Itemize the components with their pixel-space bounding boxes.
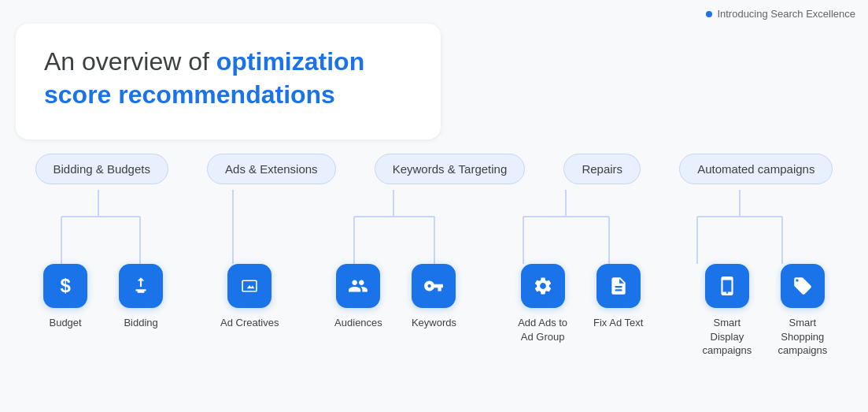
page-title: An overview of optimization score recomm… <box>44 46 412 111</box>
leaf-group-ads-extensions: Ad Creatives <box>218 264 281 330</box>
leaf-smart-display-campaigns: Smart Display campaigns <box>696 264 759 358</box>
fix-ad-text-label: Fix Ad Text <box>593 316 643 330</box>
categories-row: Bidding & Budgets Ads & Extensions Keywo… <box>8 154 860 184</box>
diagram: Bidding & Budgets Ads & Extensions Keywo… <box>8 154 860 404</box>
leaf-bidding: Bidding <box>109 264 172 330</box>
leaf-fix-ad-text: Fix Ad Text <box>587 264 650 330</box>
leaf-ad-creatives: Ad Creatives <box>218 264 281 330</box>
budget-label: Budget <box>49 316 81 330</box>
smart-display-icon <box>705 264 749 308</box>
smart-shopping-label: Smart Shopping campaigns <box>771 316 834 358</box>
smart-shopping-icon <box>781 264 825 308</box>
add-ads-label: Add Ads to Ad Group <box>512 316 574 343</box>
title-prefix: An overview of <box>44 47 216 76</box>
leaf-budget: $ Budget <box>34 264 97 330</box>
leaf-audiences: Audiences <box>327 264 390 330</box>
budget-icon: $ <box>43 264 87 308</box>
top-bar: Introducing Search Excellence <box>693 0 868 28</box>
dot-indicator <box>706 11 712 17</box>
audiences-icon <box>336 264 380 308</box>
add-ads-icon <box>521 264 565 308</box>
title-card: An overview of optimization score recomm… <box>16 24 441 139</box>
category-pill-ads-extensions: Ads & Extensions <box>207 154 336 184</box>
fix-ad-text-icon <box>597 264 641 308</box>
leaf-group-keywords-targeting: Audiences Keywords <box>327 264 465 330</box>
bidding-icon <box>119 264 163 308</box>
ad-creatives-icon <box>227 264 271 308</box>
leaf-keywords: Keywords <box>402 264 465 330</box>
audiences-label: Audiences <box>334 316 382 330</box>
smart-display-label: Smart Display campaigns <box>696 316 759 358</box>
bidding-label: Bidding <box>124 316 157 330</box>
top-bar-label: Introducing Search Excellence <box>717 8 855 20</box>
category-pill-keywords-targeting: Keywords & Targeting <box>375 154 526 184</box>
leaves-row: $ Budget Bidding <box>8 264 860 358</box>
keywords-icon <box>412 264 456 308</box>
category-pill-bidding-budgets: Bidding & Budgets <box>35 154 168 184</box>
leaf-group-automated-campaigns: Smart Display campaigns Smart Shopping c… <box>696 264 834 358</box>
leaf-smart-shopping-campaigns: Smart Shopping campaigns <box>771 264 834 358</box>
category-pill-repairs: Repairs <box>563 154 641 184</box>
category-pill-automated-campaigns: Automated campaigns <box>679 154 833 184</box>
keywords-label: Keywords <box>412 316 456 330</box>
ad-creatives-label: Ad Creatives <box>220 316 279 330</box>
leaf-add-ads-to-ad-group: Add Ads to Ad Group <box>512 264 574 343</box>
leaf-group-bidding-budgets: $ Budget Bidding <box>34 264 172 330</box>
leaf-group-repairs: Add Ads to Ad Group Fix Ad Text <box>512 264 650 343</box>
